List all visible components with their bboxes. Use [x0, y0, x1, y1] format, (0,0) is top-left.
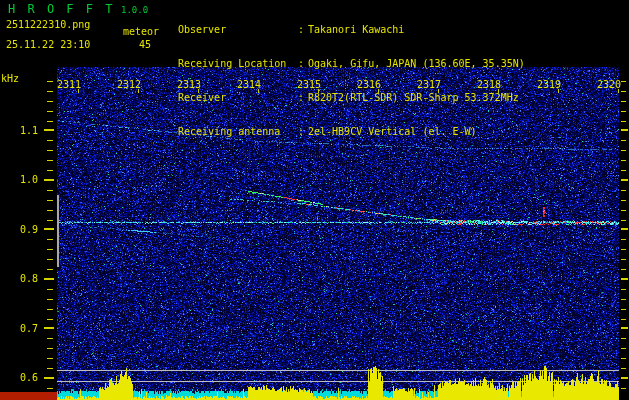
- colon: :: [298, 92, 308, 103]
- time-tick-label: 2318: [476, 79, 502, 90]
- freq-tick-label: 0.8: [0, 273, 38, 284]
- freq-tick-label: 0.9: [0, 224, 38, 235]
- info-label: Receiver: [178, 92, 298, 103]
- freq-tick-label: 1.1: [0, 125, 38, 136]
- time-tick-label: 2313: [176, 79, 202, 90]
- info-row-observer: Observer:Takanori Kawachi: [178, 24, 525, 36]
- time-tick-label: 2315: [296, 79, 322, 90]
- info-row-antenna: Receiving antenna:2el-HB9CV Vertical (el…: [178, 126, 525, 138]
- info-row-receiver: Receiver:R820T2(RTL-SDR) SDR-Sharp 53.37…: [178, 92, 525, 104]
- echo-count: 45: [139, 39, 151, 50]
- time-tick-label: 2320: [596, 79, 622, 90]
- observation-datetime: 25.11.22 23:10: [6, 39, 90, 50]
- freq-tick-label: 0.7: [0, 323, 38, 334]
- colon: :: [298, 126, 308, 137]
- time-tick-label: 2314: [236, 79, 262, 90]
- info-value: R820T2(RTL-SDR) SDR-Sharp 53.372MHz: [308, 92, 519, 103]
- time-tick-label: 2312: [116, 79, 142, 90]
- observation-mode: meteor: [123, 26, 159, 37]
- info-value: Takanori Kawachi: [308, 24, 404, 35]
- info-label: Observer: [178, 24, 298, 35]
- freq-axis-unit: kHz: [1, 73, 19, 84]
- time-tick-label: 2317: [416, 79, 442, 90]
- info-label: Receiving antenna: [178, 126, 298, 137]
- freq-tick-label: 0.6: [0, 372, 38, 383]
- app-name: H R O F F T: [8, 2, 115, 16]
- hrofft-window: H R O F F T1.0.0 2511222310.png meteor 2…: [0, 0, 629, 400]
- time-tick-label: 2311: [56, 79, 82, 90]
- info-row-location: Receiving Location:Ogaki, Gifu, JAPAN (1…: [178, 58, 525, 70]
- info-value: Ogaki, Gifu, JAPAN (136.60E, 35.35N): [308, 58, 525, 69]
- info-label: Receiving Location: [178, 58, 298, 69]
- station-info: Observer:Takanori Kawachi Receiving Loca…: [178, 2, 525, 160]
- time-tick-label: 2316: [356, 79, 382, 90]
- freq-tick-label: 1.0: [0, 174, 38, 185]
- output-filename: 2511222310.png: [6, 19, 90, 30]
- colon: :: [298, 24, 308, 35]
- colon: :: [298, 58, 308, 69]
- info-value: 2el-HB9CV Vertical (el. E-W): [308, 126, 477, 137]
- time-tick-label: 2319: [536, 79, 562, 90]
- page-title: H R O F F T1.0.0: [8, 2, 148, 16]
- app-version: 1.0.0: [121, 5, 148, 15]
